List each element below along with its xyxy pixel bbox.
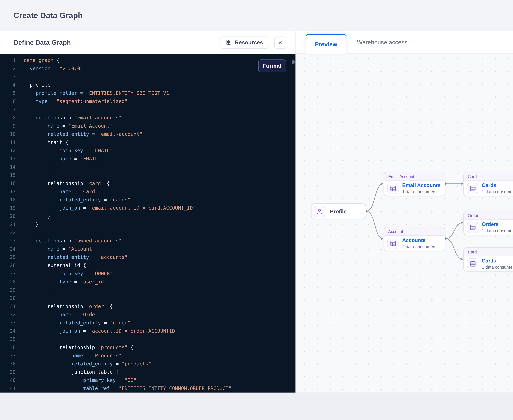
code-line[interactable]: 20 } [0, 212, 296, 220]
book-icon [225, 39, 232, 45]
code-line[interactable]: 38 related_entity = "products" [0, 360, 296, 368]
node-consumer-count: 2 data consumers [402, 244, 436, 249]
node-header-label: Card [464, 172, 513, 181]
code-line[interactable]: 26 external_id { [0, 261, 296, 270]
tab-warehouse-access[interactable]: Warehouse access [346, 31, 418, 53]
code-line[interactable]: 1data_graph { [0, 56, 296, 64]
code-line[interactable]: 17 name = "Card" [0, 188, 296, 196]
graph-node-account[interactable]: AccountAccounts2 data consumers [384, 227, 445, 251]
code-line[interactable]: 2 version = "v1.0.0" [0, 64, 296, 73]
line-number: 31 [0, 302, 15, 310]
line-number: 3 [0, 73, 15, 81]
preview-tabbar: Preview Warehouse access [296, 31, 513, 54]
tab-preview-label: Preview [315, 41, 337, 48]
tab-preview[interactable]: Preview [306, 34, 346, 54]
node-body: Orders1 data consumers [464, 220, 513, 235]
code-line[interactable]: 19 join_on = "email-account.ID = card.AC… [0, 204, 296, 212]
code-line[interactable]: 25 related_entity = "accounts" [0, 253, 296, 261]
code-line[interactable]: 5 profile_folder = "ENTITIES.ENTITY_E2E_… [0, 89, 296, 97]
node-header-label: Account [384, 227, 445, 236]
graph-node-order[interactable]: OrderOrders1 data consumers [463, 211, 513, 235]
collapse-panel-button[interactable]: « [274, 36, 286, 49]
graph-edge [366, 184, 383, 211]
line-number: 22 [0, 228, 15, 237]
code-line[interactable]: 10 related_entity = "email-account" [0, 130, 296, 138]
line-number: 12 [0, 146, 15, 155]
line-number: 1 [0, 56, 15, 64]
graph-node-card-top[interactable]: CardCards1 data consumer [463, 172, 513, 196]
code-line[interactable]: 23 relationship "owned-accounts" { [0, 237, 296, 245]
code-line[interactable]: 12 join_key = "EMAIL" [0, 146, 296, 155]
code-line[interactable]: 27 join_key = "OWNER" [0, 270, 296, 278]
code-line[interactable]: 14 } [0, 163, 296, 171]
node-profile-label: Profile [330, 208, 347, 214]
code-line[interactable]: 21 } [0, 220, 296, 228]
node-consumer-count: 1 data consumer [482, 189, 513, 194]
code-line[interactable]: 29 } [0, 286, 296, 294]
code-line[interactable]: 18 related_entity = "cards" [0, 196, 296, 204]
line-number: 27 [0, 270, 15, 278]
node-title-link[interactable]: Orders [482, 222, 513, 227]
node-title-link[interactable]: Email Accounts [402, 183, 440, 188]
code-line[interactable]: 33 related_entity = "order" [0, 319, 296, 327]
code-line[interactable]: 15 [0, 171, 296, 179]
code-line[interactable]: 30 [0, 294, 296, 302]
node-body: Cards1 data consumers [464, 256, 513, 271]
code-line[interactable]: 39 junction_table { [0, 368, 296, 376]
line-number: 14 [0, 163, 15, 171]
code-line[interactable]: 11 trait { [0, 138, 296, 146]
table-icon [467, 258, 478, 269]
line-number: 23 [0, 237, 15, 245]
page-title: Create Data Graph [14, 11, 83, 20]
node-title-link[interactable]: Cards [482, 183, 513, 188]
graph-canvas[interactable]: Profile Email AccountEmail Accounts1 dat… [296, 54, 513, 392]
node-consumer-count: 1 data consumers [402, 189, 440, 194]
code-line[interactable]: 24 name = "Account" [0, 245, 296, 253]
code-line[interactable]: 37 name = "Products" [0, 352, 296, 360]
node-header-label: Card [464, 248, 513, 256]
graph-edge [366, 211, 383, 239]
panel-header-actions: Resources « [220, 36, 286, 49]
code-line[interactable]: 31 relationship "order" { [0, 302, 296, 310]
code-line[interactable]: 28 type = "user_id" [0, 278, 296, 286]
format-button[interactable]: Format [258, 60, 286, 72]
line-number: 30 [0, 294, 15, 302]
editor-scrollbar[interactable] [292, 60, 295, 64]
code-line[interactable]: 8 relationship "email-accounts" { [0, 114, 296, 122]
code-line[interactable]: 4 profile { [0, 81, 296, 89]
line-number: 34 [0, 327, 15, 335]
table-icon [467, 222, 478, 233]
code-line[interactable]: 6 type = "segment:unmaterialized" [0, 97, 296, 105]
line-number: 40 [0, 376, 15, 384]
code-line[interactable]: 36 relationship "products" { [0, 343, 296, 352]
node-body: Email Accounts1 data consumers [384, 181, 445, 196]
code-line[interactable]: 40 primary_key = "ID" [0, 376, 296, 384]
line-number: 17 [0, 188, 15, 196]
chevrons-left-icon: « [279, 39, 282, 45]
code-line[interactable]: 3 [0, 73, 296, 81]
line-number: 39 [0, 368, 15, 376]
code-line[interactable]: 35 [0, 335, 296, 343]
code-lines: 1data_graph {2 version = "v1.0.0"34 prof… [0, 56, 296, 392]
graph-node-email-account[interactable]: Email AccountEmail Accounts1 data consum… [384, 172, 445, 196]
table-icon [387, 183, 398, 194]
line-number: 7 [0, 105, 15, 114]
code-line[interactable]: 41 table_ref = "ENTITIES.ENTITY_COMMON.O… [0, 384, 296, 392]
define-data-graph-header: Define Data Graph Resources « [0, 31, 296, 54]
node-header-label: Email Account [384, 172, 445, 181]
code-line[interactable]: 32 name = "Order" [0, 310, 296, 319]
node-profile[interactable]: Profile [311, 203, 366, 219]
app-footer: Save [0, 392, 513, 420]
node-title-link[interactable]: Accounts [402, 238, 436, 244]
resources-button[interactable]: Resources [220, 36, 268, 49]
node-title-link[interactable]: Cards [482, 258, 513, 264]
code-line[interactable]: 13 name = "EMAIL" [0, 155, 296, 163]
code-editor[interactable]: 1data_graph {2 version = "v1.0.0"34 prof… [0, 54, 296, 392]
code-line[interactable]: 22 [0, 228, 296, 237]
code-line[interactable]: 7 [0, 105, 296, 114]
graph-node-card-bottom[interactable]: CardCards1 data consumers [463, 247, 513, 271]
node-consumer-count: 1 data consumers [482, 228, 513, 233]
code-line[interactable]: 9 name = "Email Account" [0, 122, 296, 130]
code-line[interactable]: 16 relationship "card" { [0, 179, 296, 188]
code-line[interactable]: 34 join_on = "account.ID = order.ACCOUNT… [0, 327, 296, 335]
